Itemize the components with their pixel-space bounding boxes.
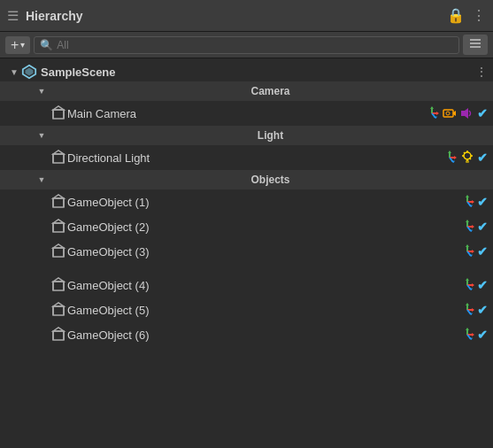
gameobject-3-label: GameObject (3)	[67, 245, 459, 259]
search-icon: 🔍	[40, 39, 53, 51]
main-camera-label: Main Camera	[67, 107, 424, 120]
svg-marker-12	[436, 112, 439, 115]
svg-marker-53	[466, 220, 469, 222]
transform-icon	[459, 327, 475, 343]
gameobject-5-icons: ✔	[459, 302, 493, 318]
svg-marker-21	[53, 151, 64, 154]
directional-light-icons: ✔	[442, 150, 493, 166]
gameobject-1-row[interactable]: GameObject (1) ✔	[0, 189, 493, 214]
unity-icon	[21, 64, 37, 80]
transform-icon	[459, 194, 475, 210]
gameobject-2-row[interactable]: GameObject (2) ✔	[0, 214, 493, 239]
spacer	[0, 264, 493, 273]
check-icon: ✔	[477, 244, 488, 259]
gameobject-2-icons: ✔	[459, 219, 493, 235]
transform-icon	[459, 219, 475, 235]
objects-arrow: ▼	[35, 175, 48, 184]
svg-marker-65	[472, 250, 474, 253]
svg-marker-10	[430, 106, 434, 109]
svg-marker-69	[53, 278, 64, 282]
svg-marker-43	[466, 195, 469, 197]
svg-rect-5	[53, 110, 64, 119]
gameobject-4-row[interactable]: GameObject (4) ✔	[0, 273, 493, 297]
layers-icon	[468, 36, 482, 50]
svg-point-17	[446, 112, 450, 115]
add-button[interactable]: + ▾	[5, 36, 30, 54]
transform-icon	[442, 150, 458, 166]
light-section-label: Light	[48, 129, 493, 142]
svg-rect-48	[53, 223, 64, 232]
panel-title: Hierarchy	[26, 9, 440, 23]
check-icon: ✔	[477, 195, 488, 209]
check-icon: ✔	[477, 278, 488, 292]
svg-marker-63	[466, 244, 469, 247]
transform-icon	[459, 277, 475, 293]
main-camera-row[interactable]: Main Camera	[0, 101, 493, 126]
transform-icon	[459, 243, 475, 259]
more-options-icon[interactable]: ⋮	[472, 7, 486, 24]
gameobject-3-icons: ✔	[459, 243, 493, 259]
svg-marker-27	[454, 156, 457, 159]
svg-marker-83	[466, 303, 469, 305]
gameobject-5-label: GameObject (5)	[67, 304, 459, 317]
svg-rect-88	[53, 331, 64, 340]
svg-rect-2	[470, 46, 481, 48]
scene-label: SampleScene	[41, 66, 470, 79]
title-bar: ☰ Hierarchy 🔒 ⋮	[0, 0, 493, 32]
gameobject-4-icons: ✔	[459, 277, 493, 293]
directional-light-row[interactable]: Directional Light	[0, 145, 493, 170]
scene-row[interactable]: ▼ SampleScene ⋮	[0, 62, 493, 81]
svg-marker-25	[448, 151, 451, 153]
search-input[interactable]	[57, 39, 453, 51]
svg-rect-1	[470, 42, 481, 44]
scene-collapse-arrow: ▼	[7, 67, 21, 77]
svg-marker-89	[53, 328, 64, 331]
hierarchy-panel: ☰ Hierarchy 🔒 ⋮ + ▾ 🔍 ▼	[0, 0, 493, 448]
plus-icon: +	[11, 38, 19, 52]
light-section-header[interactable]: ▼ Light	[0, 126, 493, 145]
check-icon: ✔	[477, 303, 488, 317]
transform-icon	[424, 105, 440, 121]
svg-marker-55	[472, 225, 474, 228]
scene-more-icon[interactable]: ⋮	[470, 65, 493, 79]
objects-section-header[interactable]: ▼ Objects	[0, 170, 493, 189]
check-icon: ✔	[477, 106, 488, 120]
svg-rect-20	[53, 154, 64, 163]
svg-marker-79	[53, 303, 64, 306]
objects-section-label: Objects	[48, 174, 493, 186]
directional-light-label: Directional Light	[67, 151, 442, 165]
check-icon: ✔	[477, 151, 488, 165]
audio-icon	[459, 105, 475, 121]
gameobject-5-row[interactable]: GameObject (5) ✔	[0, 297, 493, 322]
search-container: 🔍	[34, 36, 459, 54]
gameobject-6-row[interactable]: GameObject (6) ✔	[0, 322, 493, 347]
svg-line-36	[470, 158, 472, 160]
svg-marker-4	[26, 68, 34, 76]
camera-arrow: ▼	[35, 87, 48, 96]
svg-marker-85	[472, 308, 474, 312]
svg-marker-39	[53, 195, 64, 198]
svg-marker-59	[53, 244, 64, 248]
svg-rect-0	[470, 39, 481, 41]
svg-rect-68	[53, 282, 64, 290]
gameobject-3-row[interactable]: GameObject (3) ✔	[0, 239, 493, 264]
gameobject-1-icons: ✔	[459, 194, 493, 210]
layers-button[interactable]	[463, 35, 488, 55]
camera-section-header[interactable]: ▼ Camera	[0, 81, 493, 101]
svg-rect-15	[443, 110, 453, 117]
svg-marker-49	[53, 220, 64, 223]
cube-icon	[50, 218, 67, 236]
lock-icon[interactable]: 🔒	[447, 7, 465, 24]
camera-icon	[442, 105, 458, 121]
svg-marker-19	[465, 108, 468, 119]
gameobject-6-icons: ✔	[459, 327, 493, 343]
svg-marker-6	[53, 106, 64, 110]
light-icon	[459, 150, 475, 166]
gameobject-1-label: GameObject (1)	[67, 196, 459, 209]
light-arrow: ▼	[35, 131, 48, 140]
tree-content[interactable]: ▼ SampleScene ⋮ ▼ Camera Main Camera	[0, 58, 493, 448]
cube-icon	[50, 301, 67, 319]
gameobject-4-label: GameObject (4)	[67, 279, 459, 292]
svg-rect-37	[466, 160, 469, 163]
svg-marker-93	[466, 328, 469, 330]
